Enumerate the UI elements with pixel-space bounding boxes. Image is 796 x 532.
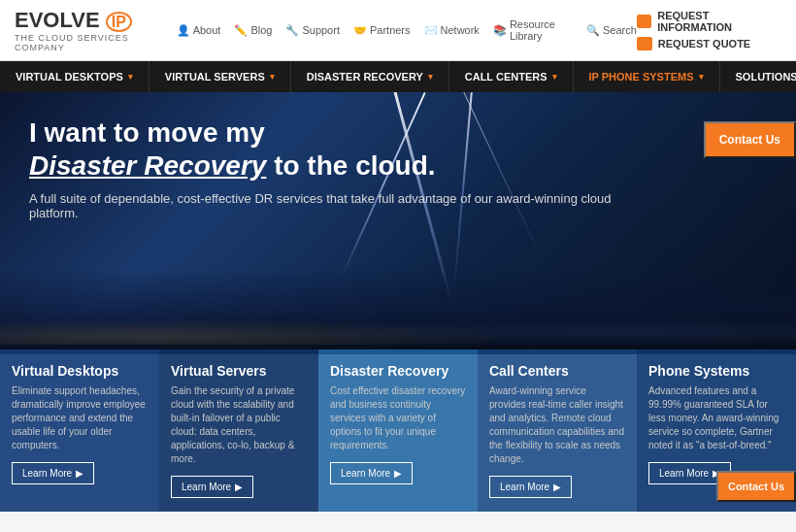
logo-ip: IP [106, 12, 132, 32]
library-icon: 📚 [493, 24, 507, 37]
arrow-right-icon: ▶ [235, 482, 243, 492]
partners-icon: 🤝 [353, 24, 367, 37]
nav-about[interactable]: 👤 About [177, 24, 221, 37]
search-icon: 🔍 [586, 24, 600, 37]
navbar-disaster-recovery[interactable]: DISASTER RECOVERY ▾ [291, 61, 449, 92]
card-contact-us-button[interactable]: Contact Us [716, 471, 796, 502]
learn-more-button[interactable]: Learn More ▶ [12, 462, 94, 484]
hero-content: I want to move my Disaster Recovery to t… [0, 92, 796, 220]
navbar-virtual-desktops[interactable]: VIRTUAL DESKTOPS ▾ [0, 61, 149, 92]
header-actions: REQUEST INFORMATION REQUEST QUOTE [637, 10, 781, 50]
navbar-call-centers[interactable]: CALL CENTERS ▾ [449, 61, 574, 92]
request-info-button[interactable]: REQUEST INFORMATION [637, 10, 781, 33]
network-icon: ✉️ [424, 24, 438, 37]
logo-area: EVOLVE IP THE CLOUD SERVICES COMPANY [15, 8, 177, 52]
hero-subtitle: A full suite of dependable, cost-effecti… [29, 191, 650, 220]
hero-contact-us-button[interactable]: Contact Us [704, 121, 796, 158]
top-nav: 👤 About ✏️ Blog 🔧 Support 🤝 Partners ✉️ … [177, 18, 637, 42]
card-text: Eliminate support headaches, dramaticall… [12, 384, 148, 452]
chevron-down-icon: ▾ [270, 72, 275, 82]
hero-title-italic: Disaster Recovery [29, 150, 266, 181]
card-title: Phone Systems [648, 363, 784, 379]
arrow-right-icon: ▶ [394, 468, 402, 479]
card-title: Disaster Recovery [330, 363, 466, 379]
card-call-centers: Call Centers Award-winning service provi… [478, 349, 637, 512]
blog-icon: ✏️ [234, 24, 248, 37]
nav-resource-library[interactable]: 📚 Resource Library [493, 18, 573, 42]
person-icon: 👤 [177, 24, 190, 37]
card-text: Award-winning service provides real-time… [489, 384, 625, 466]
header: EVOLVE IP THE CLOUD SERVICES COMPANY 👤 A… [0, 0, 796, 61]
card-text: Gain the security of a private cloud wit… [171, 384, 307, 466]
card-text: Advanced features and a 99.99% guarantee… [648, 384, 784, 452]
logo-sub: THE CLOUD SERVICES COMPANY [15, 33, 177, 52]
card-phone-systems: Phone Systems Advanced features and a 99… [637, 349, 796, 512]
main-navbar: VIRTUAL DESKTOPS ▾ VIRTUAL SERVERS ▾ DIS… [0, 61, 796, 92]
navbar-ip-phone-systems[interactable]: IP PHONE SYSTEMS ▾ [574, 61, 720, 92]
navbar-solutions[interactable]: SOLUTIONS ▾ [720, 61, 796, 92]
nav-partners[interactable]: 🤝 Partners [353, 24, 411, 37]
nav-blog[interactable]: ✏️ Blog [234, 24, 272, 37]
nav-support[interactable]: 🔧 Support [285, 24, 340, 37]
arrow-right-icon: ▶ [553, 482, 561, 492]
navbar-virtual-servers[interactable]: VIRTUAL SERVERS ▾ [149, 61, 291, 92]
feature-cards: Virtual Desktops Eliminate support heada… [0, 349, 796, 512]
support-icon: 🔧 [285, 24, 299, 37]
card-title: Virtual Desktops [12, 363, 148, 379]
logo: EVOLVE IP [15, 8, 177, 33]
nav-network[interactable]: ✉️ Network [424, 24, 480, 37]
learn-more-button[interactable]: Learn More ▶ [171, 476, 253, 498]
recent-news-section: Recent News 12 Evolve IP Announces 01 Sa… [0, 512, 796, 532]
learn-more-button[interactable]: Learn More ▶ [330, 462, 413, 484]
card-virtual-desktops: Virtual Desktops Eliminate support heada… [0, 349, 159, 512]
hero-section: I want to move my Disaster Recovery to t… [0, 92, 796, 354]
chevron-down-icon: ▾ [552, 72, 557, 82]
hero-title: I want to move my Disaster Recovery to t… [29, 116, 767, 182]
learn-more-button[interactable]: Learn More ▶ [489, 476, 572, 498]
city-lights [0, 306, 796, 345]
card-virtual-servers: Virtual Servers Gain the security of a p… [159, 349, 318, 512]
card-text: Cost effective disaster recovery and bus… [330, 384, 466, 452]
chevron-down-icon: ▾ [699, 72, 704, 82]
info-icon [637, 15, 651, 28]
quote-icon [637, 37, 652, 50]
card-title: Virtual Servers [171, 363, 307, 379]
request-quote-button[interactable]: REQUEST QUOTE [637, 37, 781, 50]
card-title: Call Centers [489, 363, 625, 379]
card-disaster-recovery: Disaster Recovery Cost effective disaste… [318, 349, 478, 512]
chevron-down-icon: ▾ [428, 72, 433, 82]
arrow-right-icon: ▶ [76, 468, 83, 479]
chevron-down-icon: ▾ [128, 72, 133, 82]
nav-search[interactable]: 🔍 Search [586, 24, 637, 37]
